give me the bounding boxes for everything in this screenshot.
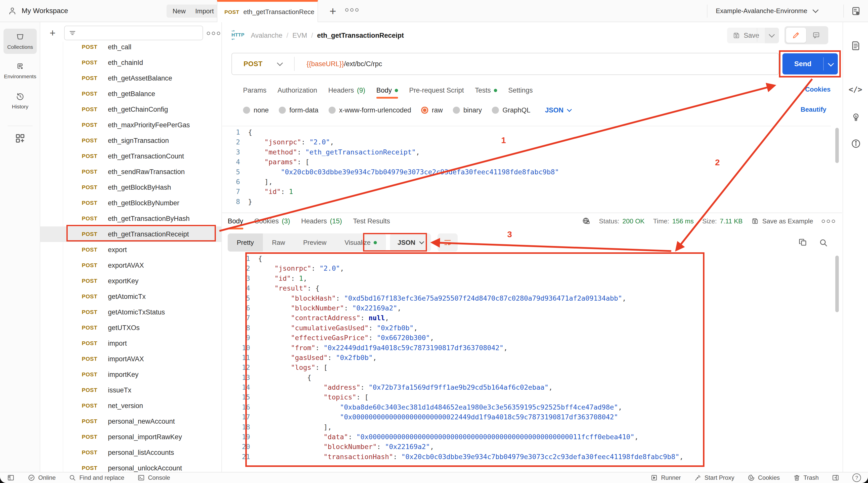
sidebar-item-collections[interactable]: Collections: [3, 29, 37, 54]
code-snippet-icon[interactable]: </>: [849, 85, 862, 94]
response-format-select[interactable]: JSON: [390, 233, 431, 252]
request-list-item[interactable]: POSTeth_getTransactionReceipt: [40, 226, 222, 242]
request-list-item[interactable]: POSTeth_getTransactionByHash: [40, 211, 222, 226]
request-list-item[interactable]: POSTeth_call: [40, 39, 222, 55]
size-value[interactable]: 7.11 KB: [720, 217, 743, 225]
online-status[interactable]: Online: [28, 474, 56, 482]
bottom-panel-toggle-icon[interactable]: [832, 474, 839, 482]
request-list-item[interactable]: POSTeth_sendRawTransaction: [40, 164, 222, 180]
sidebar-toggle-icon[interactable]: [7, 474, 14, 482]
wrap-text-button[interactable]: [437, 233, 458, 252]
lightbulb-icon[interactable]: [850, 112, 861, 122]
body-mode-none[interactable]: none: [243, 106, 269, 114]
body-mode-x-www-form-urlencoded[interactable]: x-www-form-urlencoded: [329, 106, 411, 114]
body-mode-GraphQL[interactable]: GraphQL: [492, 106, 530, 114]
request-list-item[interactable]: POSTpersonal_importRawKey: [40, 429, 222, 445]
tab-body[interactable]: Body: [376, 83, 398, 98]
request-list-item[interactable]: POSTeth_getChainConfig: [40, 102, 222, 117]
request-list-item[interactable]: POSTexportKey: [40, 273, 222, 289]
tab-options-icon[interactable]: [345, 8, 359, 11]
tab-tests[interactable]: Tests: [475, 83, 497, 98]
edit-mode-button[interactable]: [786, 28, 806, 43]
body-mode-form-data[interactable]: form-data: [279, 106, 318, 114]
response-tab-test-results[interactable]: Test Results: [353, 213, 390, 229]
request-list-item[interactable]: POSTimportAVAX: [40, 351, 222, 367]
response-editor-scrollbar[interactable]: [835, 256, 839, 312]
request-list-item[interactable]: POSTeth_getBalance: [40, 86, 222, 102]
cookies-link[interactable]: Cookies: [805, 86, 831, 93]
view-pretty[interactable]: Pretty: [228, 233, 263, 252]
send-button[interactable]: Send: [782, 53, 838, 74]
send-options-button[interactable]: [824, 62, 838, 66]
add-collection-button[interactable]: +: [46, 27, 59, 39]
breadcrumb-collection[interactable]: Avalanche: [251, 32, 283, 39]
response-tab-body[interactable]: Body: [228, 213, 243, 229]
sidebar-options-icon[interactable]: [207, 32, 220, 35]
request-list-item[interactable]: POSTgetAtomicTx: [40, 289, 222, 304]
response-body-editor[interactable]: 1{2 "jsonrpc": "2.0",3 "id": 1,4 "result…: [222, 254, 831, 462]
response-tab-headers[interactable]: Headers(15): [301, 213, 342, 229]
request-editor-scrollbar[interactable]: [835, 128, 839, 163]
tab-settings[interactable]: Settings: [508, 83, 533, 98]
status-value[interactable]: 200 OK: [622, 217, 645, 225]
sidebar-item-environments[interactable]: Environments: [0, 62, 40, 79]
request-tab[interactable]: POST eth_getTransactionRece: [217, 0, 318, 22]
request-list-item[interactable]: POSTimport: [40, 335, 222, 351]
save-options-button[interactable]: [765, 28, 779, 43]
save-as-example-button[interactable]: Save as Example: [751, 217, 813, 225]
request-list-item[interactable]: POSTgetAtomicTxStatus: [40, 304, 222, 320]
request-list-item[interactable]: POSTeth_getTransactionCount: [40, 149, 222, 164]
cookies-button[interactable]: Cookies: [747, 474, 780, 482]
environment-selector[interactable]: Example-Avalanche-Environme: [716, 0, 818, 22]
response-options-icon[interactable]: [822, 220, 835, 223]
workspace-switcher[interactable]: My Workspace: [8, 0, 68, 22]
method-select[interactable]: POST: [232, 60, 263, 68]
new-tab-button[interactable]: +: [326, 4, 340, 18]
request-list-item[interactable]: POSTnet_version: [40, 398, 222, 414]
request-list-item[interactable]: POSTimportKey: [40, 367, 222, 382]
tab-params[interactable]: Params: [243, 83, 267, 98]
time-value[interactable]: 156 ms: [672, 217, 694, 225]
search-icon[interactable]: [819, 238, 828, 248]
request-list-item[interactable]: POSTpersonal_newAccount: [40, 414, 222, 429]
environment-quick-look-icon[interactable]: [851, 6, 861, 16]
request-list-item[interactable]: POSTexport: [40, 242, 222, 258]
start-proxy-button[interactable]: Start Proxy: [694, 474, 735, 482]
tab-headers[interactable]: Headers(9): [328, 83, 365, 98]
response-tab-cookies[interactable]: Cookies(3): [254, 213, 290, 229]
request-list-item[interactable]: POSTpersonal_unlockAccount: [40, 460, 222, 472]
request-list-item[interactable]: POSTeth_getAssetBalance: [40, 70, 222, 86]
request-list-item[interactable]: POSTeth_signTransaction: [40, 133, 222, 149]
new-button[interactable]: New: [166, 4, 192, 18]
request-list-item[interactable]: POSTgetUTXOs: [40, 320, 222, 335]
view-raw[interactable]: Raw: [263, 233, 294, 252]
filter-input[interactable]: [64, 26, 203, 40]
url-input[interactable]: {{baseURL}}/ext/bc/C/rpc: [307, 60, 382, 68]
help-icon[interactable]: ?: [852, 474, 861, 482]
body-mode-binary[interactable]: binary: [453, 106, 482, 114]
request-list-item[interactable]: POSTpersonal_listAccounts: [40, 445, 222, 460]
tab-authorization[interactable]: Authorization: [278, 83, 317, 98]
request-list-item[interactable]: POSTissueTx: [40, 382, 222, 398]
body-mode-raw[interactable]: raw: [421, 106, 443, 114]
request-list-item[interactable]: POSTeth_chainId: [40, 55, 222, 70]
view-visualize[interactable]: Visualize: [335, 233, 386, 252]
save-button[interactable]: Save: [727, 28, 765, 43]
runner-button[interactable]: Runner: [650, 474, 681, 482]
import-button[interactable]: Import: [189, 4, 220, 18]
more-tools-icon[interactable]: [14, 132, 26, 144]
request-body-editor[interactable]: 1{2 "jsonrpc": "2.0",3 "method": "eth_ge…: [222, 126, 831, 206]
beautify-link[interactable]: Beautify: [801, 106, 827, 114]
trash-button[interactable]: Trash: [793, 474, 819, 482]
console-button[interactable]: Console: [137, 474, 170, 482]
breadcrumb-folder[interactable]: EVM: [292, 32, 307, 39]
view-preview[interactable]: Preview: [294, 233, 335, 252]
copy-icon[interactable]: [798, 237, 808, 247]
info-icon[interactable]: [850, 138, 861, 149]
body-format-select[interactable]: JSON: [545, 106, 571, 114]
sidebar-item-history[interactable]: History: [0, 92, 40, 110]
documentation-icon[interactable]: [850, 40, 861, 51]
request-list-item[interactable]: POSTeth_getBlockByNumber: [40, 195, 222, 211]
request-list-item[interactable]: POSTeth_maxPriorityFeePerGas: [40, 117, 222, 133]
request-list-item[interactable]: POSTeth_getBlockByHash: [40, 180, 222, 195]
